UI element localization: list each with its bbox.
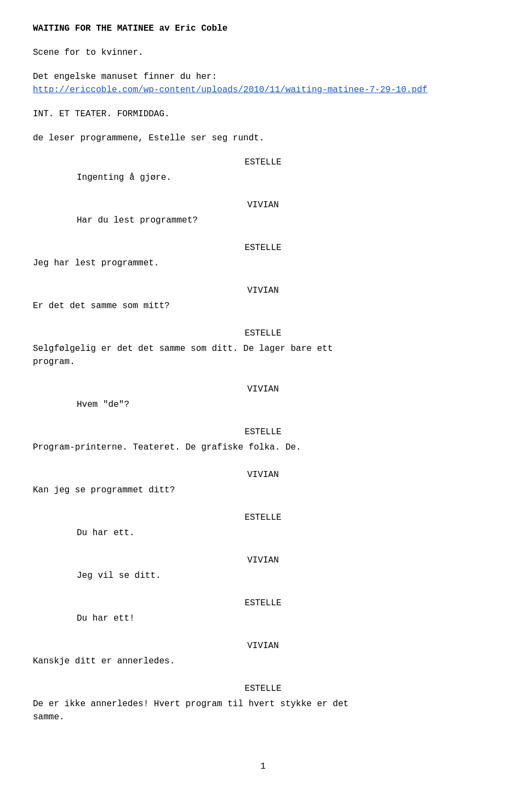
- dialogue-line: Kan jeg se programmet ditt?: [33, 484, 493, 497]
- dialogue-block: VIVIANKan jeg se programmet ditt?: [33, 468, 493, 497]
- dialogue-line: Jeg har lest programmet.: [33, 257, 493, 270]
- dialogue-block: VIVIANHar du lest programmet?: [33, 198, 493, 227]
- dialogue-block: VIVIANJeg vil se ditt.: [33, 554, 493, 582]
- character-name: VIVIAN: [33, 383, 493, 396]
- dialogue-block: ESTELLEDu har ett!: [33, 597, 493, 625]
- dialogue-line: program.: [33, 355, 493, 368]
- title-rest: av Eric Coble: [154, 24, 227, 33]
- script-link[interactable]: http://ericcoble.com/wp-content/uploads/…: [33, 85, 427, 95]
- character-name: VIVIAN: [33, 198, 493, 212]
- character-name: ESTELLE: [33, 425, 493, 439]
- character-name: ESTELLE: [33, 156, 493, 169]
- dialogue-line: Jeg vil se ditt.: [77, 569, 493, 582]
- dialogue-block: ESTELLEProgram-printerne. Teateret. De g…: [33, 425, 493, 454]
- dialogue-line: samme.: [33, 711, 493, 724]
- title-line: WAITING FOR THE MATINEE av Eric Coble: [33, 22, 493, 35]
- character-name: VIVIAN: [33, 639, 493, 652]
- dialogue-block: ESTELLEDu har ett.: [33, 511, 493, 540]
- dialogue-block: ESTELLEJeg har lest programmet.: [33, 241, 493, 270]
- dialogues-container: ESTELLEIngenting å gjøre.VIVIANHar du le…: [33, 156, 493, 738]
- stage-direction-2: de leser programmene, Estelle ser seg ru…: [33, 132, 493, 145]
- page-number: 1: [33, 760, 493, 773]
- dialogue-line: Du har ett.: [77, 526, 493, 540]
- dialogue-line: Ingenting å gjøre.: [77, 171, 493, 184]
- character-name: VIVIAN: [33, 284, 493, 297]
- dialogue-line: Selgfølgelig er det det samme som ditt. …: [33, 342, 493, 355]
- link-intro: Det engelske manuset finner du her:: [33, 70, 493, 83]
- link-section: Det engelske manuset finner du her: http…: [33, 70, 493, 96]
- stage-direction-1: INT. ET TEATER. FORMIDDAG.: [33, 107, 493, 121]
- dialogue-line: Hvem "de"?: [77, 398, 493, 411]
- dialogue-block: ESTELLEIngenting å gjøre.: [33, 156, 493, 184]
- title-bold: WAITING FOR THE MATINEE: [33, 24, 154, 33]
- dialogue-line: De er ikke annerledes! Hvert program til…: [33, 697, 493, 711]
- character-name: ESTELLE: [33, 511, 493, 524]
- dialogue-line: Kanskje ditt er annerledes.: [33, 655, 493, 668]
- dialogue-block: VIVIANHvem "de"?: [33, 383, 493, 411]
- dialogue-line: Har du lest programmet?: [77, 214, 493, 227]
- character-name: ESTELLE: [33, 327, 493, 340]
- dialogue-line: Program-printerne. Teateret. De grafiske…: [33, 441, 493, 454]
- character-name: VIVIAN: [33, 554, 493, 567]
- character-name: ESTELLE: [33, 597, 493, 610]
- dialogue-block: VIVIANEr det det samme som mitt?: [33, 284, 493, 313]
- dialogue-block: VIVIANKanskje ditt er annerledes.: [33, 639, 493, 668]
- dialogue-block: ESTELLEDe er ikke annerledes! Hvert prog…: [33, 682, 493, 724]
- scene-intro: Scene for to kvinner.: [33, 46, 493, 59]
- dialogue-block: ESTELLESelgfølgelig er det det samme som…: [33, 327, 493, 368]
- character-name: VIVIAN: [33, 468, 493, 481]
- dialogue-line: Du har ett!: [77, 612, 493, 625]
- character-name: ESTELLE: [33, 682, 493, 695]
- character-name: ESTELLE: [33, 241, 493, 254]
- dialogue-line: Er det det samme som mitt?: [33, 299, 493, 313]
